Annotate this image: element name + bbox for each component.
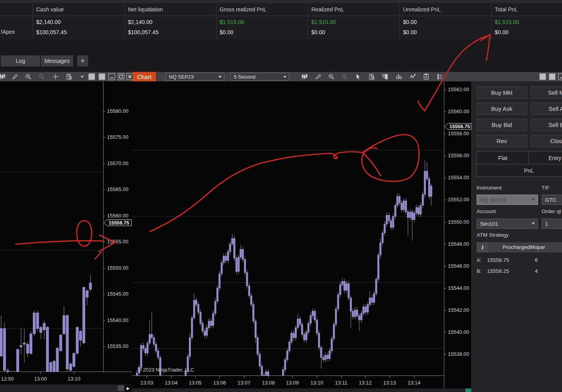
- candle: [89, 275, 92, 292]
- crosshair-icon[interactable]: [51, 72, 60, 81]
- candle: [246, 270, 248, 289]
- candle: [76, 326, 78, 355]
- clipboard-icon[interactable]: [422, 72, 431, 81]
- candle: [259, 352, 261, 369]
- zoom-out-icon[interactable]: [340, 72, 349, 81]
- main-chart-window: © 2023 NinjaTrader, LLC15562.0015560.001…: [132, 81, 471, 392]
- candlestick-icon[interactable]: [0, 72, 7, 81]
- bid-row: B: 15558.25 4: [477, 268, 509, 274]
- caret-down-icon[interactable]: [78, 72, 87, 81]
- trader-instrument-combo[interactable]: NQ SEP23: [477, 195, 538, 205]
- main-chart-candles-layer: [132, 142, 444, 375]
- left-chart-price-axis[interactable]: 15580.0015575.0015570.0015565.0015560.00…: [103, 81, 132, 372]
- candle: [240, 245, 242, 259]
- candle: [359, 313, 360, 331]
- cursor-icon[interactable]: [353, 72, 363, 81]
- bar-chart-icon[interactable]: [394, 72, 403, 81]
- entry-button[interactable]: Entry: [529, 151, 562, 164]
- list-icon[interactable]: [435, 72, 445, 81]
- minimize-icon[interactable]: [557, 72, 562, 81]
- summary-value: $0.00: [311, 29, 325, 35]
- candle: [360, 311, 362, 323]
- zoom-in-icon[interactable]: [327, 72, 336, 81]
- candle: [86, 289, 88, 305]
- candle: [339, 282, 341, 297]
- zoom-in-icon[interactable]: [24, 72, 33, 81]
- minimize-icon[interactable]: [107, 72, 116, 81]
- y-axis-label: 15560.00: [448, 109, 469, 114]
- candlestick-icon[interactable]: [300, 72, 309, 81]
- style-square-icon[interactable]: [87, 72, 96, 81]
- candle: [30, 331, 32, 355]
- candle: [357, 307, 358, 318]
- pencil-icon[interactable]: [10, 72, 20, 81]
- maximize-icon[interactable]: [116, 72, 126, 81]
- candle: [308, 320, 309, 335]
- close-button[interactable]: Clos: [531, 135, 562, 147]
- doc-search-icon[interactable]: [65, 72, 74, 81]
- buy-mkt-button[interactable]: Buy Mkt: [477, 86, 527, 99]
- left-chart-candles-layer: [0, 142, 103, 372]
- summary-value: $1,515.00: [311, 19, 336, 25]
- candle: [282, 367, 284, 375]
- style-square-icon[interactable]: [538, 72, 547, 81]
- pnl-button[interactable]: PnL: [477, 164, 562, 177]
- summary-value: $100,057.45: [36, 29, 67, 35]
- interval-combo[interactable]: 5 Second: [230, 73, 289, 81]
- candle: [369, 291, 371, 307]
- tab-chart[interactable]: Chart: [133, 72, 156, 81]
- atm-strategy-selector[interactable]: i ProchargedMopar: [477, 242, 562, 252]
- candle: [380, 238, 381, 258]
- sell-ask-button[interactable]: Sell A: [531, 103, 562, 115]
- candle: [367, 302, 368, 315]
- summary-value: $100,057.45: [128, 29, 159, 35]
- add-tab-button[interactable]: +: [77, 55, 88, 66]
- x-axis-label: 13:06: [213, 380, 226, 386]
- left-chart-time-axis[interactable]: 12:5013:0013:10: [0, 372, 132, 385]
- y-axis-label: 15540.00: [107, 317, 128, 323]
- chevron-down-icon: [283, 76, 287, 78]
- candle: [73, 352, 75, 368]
- info-icon[interactable]: i: [477, 242, 488, 252]
- candle: [363, 304, 364, 316]
- zoom-out-icon[interactable]: [37, 72, 46, 81]
- candle: [329, 348, 331, 361]
- tab-log[interactable]: Log: [1, 55, 40, 66]
- line-chart-icon[interactable]: [408, 72, 417, 81]
- order-qty-label: Order qt: [542, 208, 561, 214]
- y-axis-label: 15555.00: [107, 239, 128, 245]
- candle: [7, 368, 9, 372]
- atm-strategy-label: ATM Strategy: [477, 232, 509, 238]
- tif-combo[interactable]: GTC: [542, 195, 562, 205]
- horizontal-scrollbar[interactable]: ▶: [0, 385, 132, 392]
- flat-button[interactable]: Flat: [477, 151, 529, 164]
- y-axis-label: 15546.00: [448, 263, 469, 269]
- summary-row-label: !Apex: [1, 29, 15, 35]
- buy-bid-button[interactable]: Buy Bid: [477, 119, 527, 131]
- sell-bid-button[interactable]: Sell B: [531, 119, 562, 131]
- scroll-accent: [466, 388, 471, 392]
- buy-ask-button[interactable]: Buy Ask: [477, 103, 527, 115]
- x-axis-label: 13:07: [238, 380, 251, 386]
- scrollbar-thumb[interactable]: [118, 385, 124, 391]
- svg-text:15558.75: 15558.75: [449, 124, 470, 129]
- order-qty-input[interactable]: 1: [542, 219, 562, 229]
- style-square-icon[interactable]: [97, 72, 107, 81]
- account-combo[interactable]: Sim101: [477, 219, 538, 229]
- candle: [23, 329, 26, 363]
- candle: [46, 326, 49, 372]
- horizontal-scrollbar[interactable]: [132, 388, 471, 392]
- scroll-right-button[interactable]: ▶: [125, 385, 131, 392]
- style-square-icon[interactable]: [547, 72, 557, 81]
- candle: [149, 320, 150, 345]
- tab-messages[interactable]: Messages: [41, 55, 73, 66]
- doc-search-icon[interactable]: [367, 72, 377, 81]
- candle: [196, 297, 197, 307]
- y-axis-label: 15538.00: [448, 351, 469, 357]
- instrument-combo[interactable]: NQ SEP23: [165, 73, 224, 81]
- main-chart-time-axis[interactable]: 13:0313:0413:0513:0613:0713:0813:0913:10…: [132, 375, 444, 389]
- panel-icon[interactable]: [380, 72, 390, 81]
- sell-mkt-button[interactable]: Sell M: [531, 86, 562, 99]
- pencil-icon[interactable]: [314, 72, 323, 81]
- rev-button[interactable]: Rev: [477, 135, 527, 147]
